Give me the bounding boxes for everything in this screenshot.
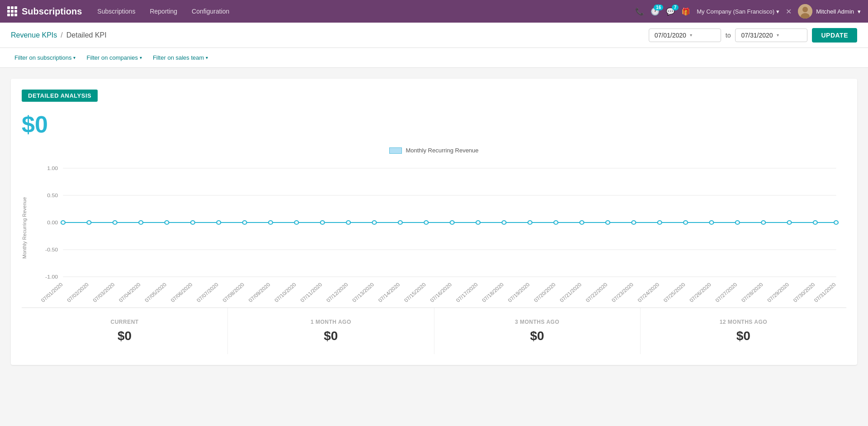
detailed-analysis-card: DETAILED ANALYSIS $0 Monthly Recurring R… (11, 79, 857, 365)
breadcrumb-separator: / (61, 31, 62, 39)
main-content: DETAILED ANALYSIS $0 Monthly Recurring R… (0, 68, 868, 376)
svg-text:07/27/2020: 07/27/2020 (714, 281, 738, 303)
svg-text:07/19/2020: 07/19/2020 (506, 281, 531, 303)
svg-point-29 (476, 221, 480, 224)
main-value: $0 (22, 111, 846, 138)
filter-companies-button[interactable]: Filter on companies ▾ (83, 52, 145, 63)
svg-point-41 (788, 221, 792, 224)
grid-icon (7, 6, 17, 16)
filter-sales-team-label: Filter on sales team (153, 54, 204, 61)
svg-text:07/15/2020: 07/15/2020 (403, 281, 427, 303)
svg-point-1 (802, 7, 808, 12)
breadcrumb-parent[interactable]: Revenue KPIs (11, 31, 57, 39)
nav-reporting[interactable]: Reporting (143, 5, 184, 18)
gift-icon[interactable]: 🎁 (681, 7, 690, 16)
stat-12-months-value: $0 (648, 329, 839, 343)
avatar (798, 4, 812, 19)
svg-text:07/24/2020: 07/24/2020 (636, 281, 660, 303)
svg-point-43 (834, 221, 838, 224)
date-from-caret-icon: ▾ (690, 33, 692, 38)
top-navigation: Subscriptions Subscriptions Reporting Co… (0, 0, 868, 23)
stat-1-month-label: 1 Month Ago (235, 319, 426, 325)
stat-current-value: $0 (29, 329, 220, 343)
svg-point-26 (398, 221, 402, 224)
breadcrumb: Revenue KPIs / Detailed KPI (11, 31, 642, 39)
svg-point-42 (813, 221, 817, 224)
user-name: Mitchell Admin (816, 8, 854, 15)
filter-subscriptions-caret-icon: ▾ (73, 55, 75, 60)
svg-point-36 (658, 221, 662, 224)
svg-point-14 (87, 221, 91, 224)
svg-point-22 (294, 221, 298, 224)
svg-point-20 (243, 221, 247, 224)
close-company-icon[interactable]: ✕ (786, 7, 792, 16)
svg-text:1.00: 1.00 (47, 166, 58, 171)
date-to-picker[interactable]: 07/31/2020 ▾ (735, 28, 807, 42)
svg-text:07/11/2020: 07/11/2020 (299, 281, 323, 303)
app-name: Subscriptions (22, 6, 82, 17)
svg-point-38 (709, 221, 713, 224)
legend-color-box (389, 147, 402, 154)
svg-text:07/29/2020: 07/29/2020 (766, 281, 790, 303)
svg-text:07/16/2020: 07/16/2020 (429, 281, 453, 303)
svg-text:-0.50: -0.50 (45, 247, 58, 252)
svg-point-34 (606, 221, 610, 224)
svg-text:0.50: 0.50 (47, 193, 58, 198)
stat-current-label: Current (29, 319, 220, 325)
svg-point-39 (736, 221, 740, 224)
svg-point-33 (580, 221, 584, 224)
filter-companies-label: Filter on companies (86, 54, 137, 61)
update-button[interactable]: UPDATE (812, 28, 857, 43)
svg-text:0.00: 0.00 (47, 220, 58, 225)
nav-subscriptions[interactable]: Subscriptions (91, 5, 142, 18)
svg-text:07/02/2020: 07/02/2020 (66, 281, 90, 303)
company-selector[interactable]: My Company (San Francisco) ▾ (697, 8, 779, 15)
main-nav: Subscriptions Reporting Configuration (91, 5, 626, 18)
to-label: to (726, 32, 731, 39)
date-from-value: 07/01/2020 (655, 32, 686, 39)
date-from-picker[interactable]: 07/01/2020 ▾ (649, 28, 721, 42)
svg-text:07/13/2020: 07/13/2020 (351, 281, 375, 303)
svg-text:07/09/2020: 07/09/2020 (247, 281, 272, 303)
svg-text:07/14/2020: 07/14/2020 (377, 281, 401, 303)
stat-1-month-value: $0 (235, 329, 426, 343)
chart-inner: .grid-line { stroke: #e8e8e8; stroke-wid… (33, 159, 846, 297)
nav-configuration[interactable]: Configuration (185, 5, 236, 18)
stat-1-month: 1 Month Ago $0 (228, 308, 434, 354)
y-axis-label: Monthly Recurring Revenue (22, 159, 31, 297)
svg-point-30 (502, 221, 506, 224)
stat-3-months-label: 3 Months Ago (442, 319, 633, 325)
svg-point-13 (61, 221, 65, 224)
svg-point-31 (528, 221, 532, 224)
svg-text:07/20/2020: 07/20/2020 (533, 281, 557, 303)
svg-text:07/06/2020: 07/06/2020 (169, 281, 193, 303)
svg-text:07/21/2020: 07/21/2020 (558, 281, 583, 303)
svg-point-25 (373, 221, 377, 224)
phone-icon[interactable]: 📞 (635, 7, 644, 16)
user-menu[interactable]: Mitchell Admin ▾ (798, 4, 861, 19)
clock-icon[interactable]: 🕐 16 (651, 7, 660, 16)
subheader-controls: 07/01/2020 ▾ to 07/31/2020 ▾ UPDATE (649, 28, 857, 43)
svg-text:07/18/2020: 07/18/2020 (481, 281, 505, 303)
svg-text:07/25/2020: 07/25/2020 (662, 281, 687, 303)
filter-subscriptions-button[interactable]: Filter on subscriptions ▾ (11, 52, 79, 63)
date-to-value: 07/31/2020 (741, 32, 773, 39)
filter-sales-team-button[interactable]: Filter on sales team ▾ (149, 52, 212, 63)
filter-subscriptions-label: Filter on subscriptions (14, 54, 71, 61)
svg-text:07/23/2020: 07/23/2020 (610, 281, 635, 303)
svg-text:07/04/2020: 07/04/2020 (118, 281, 142, 303)
company-caret-icon: ▾ (776, 8, 779, 15)
svg-text:07/10/2020: 07/10/2020 (273, 281, 297, 303)
breadcrumb-current: Detailed KPI (66, 31, 107, 39)
app-logo[interactable]: Subscriptions (7, 6, 82, 17)
svg-point-23 (321, 221, 325, 224)
svg-point-16 (139, 221, 143, 224)
svg-point-28 (450, 221, 454, 224)
chat-icon[interactable]: 💬 7 (666, 7, 675, 16)
svg-point-24 (346, 221, 350, 224)
stat-12-months: 12 Months Ago $0 (641, 308, 846, 354)
svg-text:07/28/2020: 07/28/2020 (740, 281, 764, 303)
svg-text:07/31/2020: 07/31/2020 (813, 281, 837, 303)
svg-text:07/12/2020: 07/12/2020 (325, 281, 349, 303)
stat-3-months-value: $0 (442, 329, 633, 343)
